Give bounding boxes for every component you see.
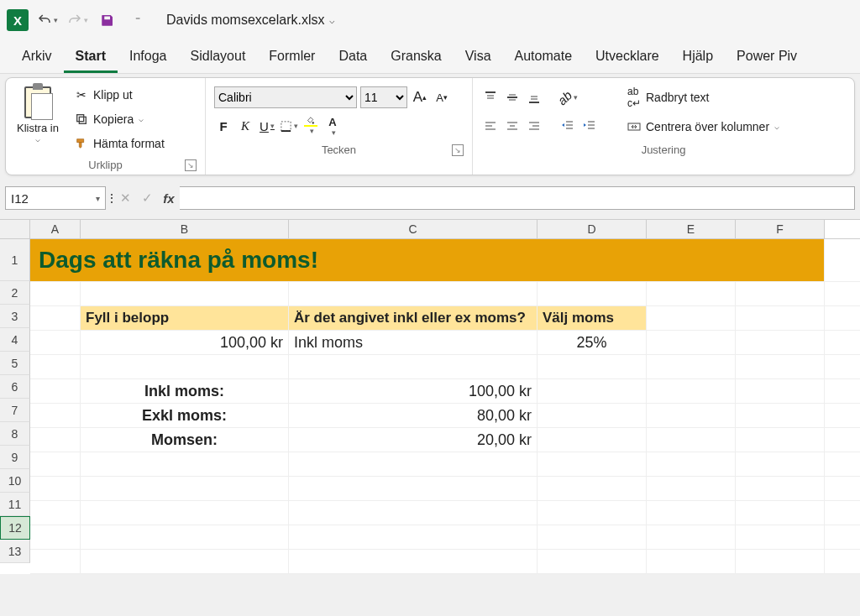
- cell-a11[interactable]: [30, 501, 81, 525]
- cut-button[interactable]: ✂ Klipp ut: [70, 86, 170, 103]
- increase-font-button[interactable]: A▴: [411, 88, 429, 107]
- col-header-d[interactable]: D: [538, 220, 647, 238]
- italic-button[interactable]: K: [236, 117, 254, 135]
- tab-formler[interactable]: Formler: [257, 42, 327, 73]
- tab-sidlayout[interactable]: Sidlayout: [179, 42, 258, 73]
- cell-e7[interactable]: [647, 404, 736, 427]
- cell-c12[interactable]: [289, 525, 538, 549]
- cell-a12[interactable]: [30, 525, 81, 549]
- cell-f5[interactable]: [736, 355, 825, 378]
- cell-c9[interactable]: [289, 452, 538, 476]
- tab-automate[interactable]: Automate: [503, 42, 584, 73]
- cell-f13[interactable]: [736, 550, 825, 573]
- cell-b4[interactable]: 100,00 kr: [81, 331, 289, 354]
- tab-hjalp[interactable]: Hjälp: [671, 42, 725, 73]
- paste-button[interactable]: Klistra in ⌵: [14, 83, 61, 147]
- cell-f10[interactable]: [736, 477, 825, 500]
- cell-d9[interactable]: [538, 452, 647, 476]
- cell-b13[interactable]: [81, 550, 289, 573]
- cell-a10[interactable]: [30, 477, 81, 500]
- cell-e11[interactable]: [647, 501, 736, 525]
- tab-arkiv[interactable]: Arkiv: [10, 42, 64, 73]
- cell-a6[interactable]: [30, 379, 81, 403]
- col-header-f[interactable]: F: [736, 220, 825, 238]
- fill-color-button[interactable]: [302, 117, 320, 135]
- decrease-indent-button[interactable]: [558, 117, 577, 135]
- font-launcher[interactable]: ↘: [452, 144, 464, 156]
- row-header-2[interactable]: 2: [0, 281, 30, 305]
- cell-a4[interactable]: [30, 331, 81, 354]
- cell-c4[interactable]: Inkl moms: [289, 331, 538, 354]
- row-header-8[interactable]: 8: [0, 422, 30, 446]
- cell-c8[interactable]: 20,00 kr: [289, 428, 538, 452]
- cell-a3[interactable]: [30, 306, 81, 330]
- cell-d6[interactable]: [538, 379, 647, 403]
- fx-button[interactable]: fx: [158, 187, 180, 209]
- cell-b9[interactable]: [81, 452, 289, 476]
- cell-f6[interactable]: [736, 379, 825, 403]
- cell-e13[interactable]: [647, 550, 736, 573]
- cell-a2[interactable]: [30, 282, 81, 305]
- cell-c6[interactable]: 100,00 kr: [289, 379, 538, 403]
- accept-formula-button[interactable]: ✓: [136, 187, 158, 209]
- cell-b8[interactable]: Momsen:: [81, 428, 289, 452]
- cell-d11[interactable]: [538, 501, 647, 525]
- cell-e3[interactable]: [647, 306, 736, 330]
- tab-infoga[interactable]: Infoga: [118, 42, 178, 73]
- tab-granska[interactable]: Granska: [379, 42, 453, 73]
- row-header-3[interactable]: 3: [0, 305, 30, 328]
- excel-app-icon[interactable]: X: [7, 9, 29, 31]
- cell-f12[interactable]: [736, 525, 825, 549]
- cell-a9[interactable]: [30, 452, 81, 476]
- cell-f2[interactable]: [736, 282, 825, 305]
- cell-e2[interactable]: [647, 282, 736, 305]
- cell-d2[interactable]: [538, 282, 647, 305]
- cell-b3[interactable]: Fyll i belopp: [81, 306, 289, 330]
- align-right-button[interactable]: [525, 117, 543, 135]
- cancel-formula-button[interactable]: ✕: [114, 187, 136, 209]
- col-header-a[interactable]: A: [30, 220, 81, 238]
- cell-e5[interactable]: [647, 355, 736, 378]
- tab-utvecklare[interactable]: Utvecklare: [584, 42, 671, 73]
- cell-b12[interactable]: [81, 525, 289, 549]
- orientation-button[interactable]: ab: [558, 88, 577, 107]
- cell-d7[interactable]: [538, 404, 647, 427]
- font-name-select[interactable]: Calibri: [214, 86, 357, 108]
- cell-f8[interactable]: [736, 428, 825, 452]
- cell-d3[interactable]: Välj moms: [538, 306, 647, 330]
- tab-visa[interactable]: Visa: [454, 42, 503, 73]
- tab-powerpiv[interactable]: Power Piv: [725, 42, 809, 73]
- align-top-button[interactable]: [481, 88, 500, 107]
- cell-a13[interactable]: [30, 550, 81, 573]
- cell-e8[interactable]: [647, 428, 736, 452]
- cell-f4[interactable]: [736, 331, 825, 354]
- row-header-7[interactable]: 7: [0, 399, 30, 422]
- col-header-c[interactable]: C: [289, 220, 538, 238]
- font-color-button[interactable]: A: [323, 117, 342, 135]
- cell-c10[interactable]: [289, 477, 538, 500]
- copy-button[interactable]: Kopiera ⌵: [70, 111, 170, 128]
- cell-e10[interactable]: [647, 477, 736, 500]
- merge-center-button[interactable]: Centrera över kolumner ⌵: [622, 118, 784, 135]
- row-header-10[interactable]: 10: [0, 469, 30, 493]
- row-header-9[interactable]: 9: [0, 446, 30, 469]
- cell-b10[interactable]: [81, 477, 289, 500]
- font-size-select[interactable]: 11: [360, 86, 407, 108]
- row-header-13[interactable]: 13: [0, 540, 30, 563]
- cell-b6[interactable]: Inkl moms:: [81, 379, 289, 403]
- cell-f9[interactable]: [736, 452, 825, 476]
- cell-a5[interactable]: [30, 355, 81, 378]
- bold-button[interactable]: F: [214, 117, 233, 135]
- decrease-font-button[interactable]: A▾: [433, 88, 451, 107]
- cell-b11[interactable]: [81, 501, 289, 525]
- cell-b2[interactable]: [81, 282, 289, 305]
- cell-b7[interactable]: Exkl moms:: [81, 404, 289, 427]
- cell-a7[interactable]: [30, 404, 81, 427]
- cells-area[interactable]: Dags att räkna på moms! Fyll i belopp Är…: [30, 239, 860, 574]
- cell-d10[interactable]: [538, 477, 647, 500]
- cell-e6[interactable]: [647, 379, 736, 403]
- row-header-5[interactable]: 5: [0, 352, 30, 375]
- cell-d5[interactable]: [538, 355, 647, 378]
- align-bottom-button[interactable]: [525, 88, 543, 107]
- formula-input[interactable]: [180, 186, 855, 210]
